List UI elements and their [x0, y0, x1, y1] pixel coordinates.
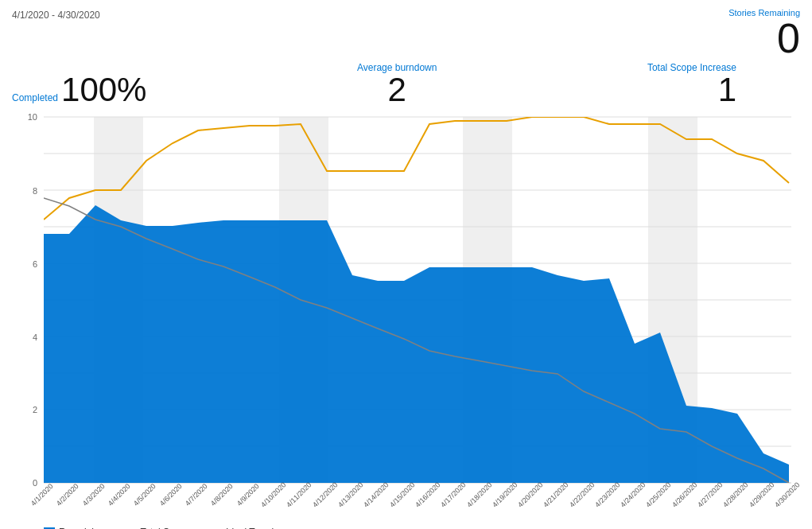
svg-text:4/23/2020: 4/23/2020: [593, 480, 621, 508]
svg-text:4/20/2020: 4/20/2020: [516, 480, 544, 508]
svg-text:4/19/2020: 4/19/2020: [491, 480, 519, 508]
svg-text:4/11/2020: 4/11/2020: [285, 480, 313, 508]
svg-text:4/25/2020: 4/25/2020: [644, 480, 672, 508]
svg-text:4/13/2020: 4/13/2020: [336, 480, 364, 508]
svg-text:4/16/2020: 4/16/2020: [414, 480, 441, 508]
svg-text:4/12/2020: 4/12/2020: [311, 480, 339, 508]
avg-burndown-value: 2: [388, 73, 406, 107]
chart-area: 10 8 6 4 2 0 4/1/2020 4/2/2: [12, 113, 800, 522]
main-container: 4/1/2020 - 4/30/2020 Stories Remaining 0…: [0, 0, 812, 529]
completed-metric: Completed 100%: [12, 73, 146, 107]
svg-text:4/30/2020: 4/30/2020: [773, 480, 799, 508]
total-scope-value: 1: [718, 73, 736, 107]
svg-text:4/17/2020: 4/17/2020: [439, 480, 467, 508]
svg-text:4/29/2020: 4/29/2020: [748, 480, 775, 508]
svg-text:4/5/2020: 4/5/2020: [132, 482, 157, 508]
svg-text:2: 2: [33, 405, 37, 414]
svg-text:4/2/2020: 4/2/2020: [55, 482, 80, 508]
svg-text:6: 6: [33, 259, 37, 269]
svg-text:4/21/2020: 4/21/2020: [542, 480, 569, 508]
stories-remaining-widget: Stories Remaining 0: [728, 8, 800, 59]
completed-label: Completed: [12, 92, 58, 103]
metrics-row: Completed 100% Average burndown 2 Total …: [12, 62, 800, 107]
header-row: 4/1/2020 - 4/30/2020 Stories Remaining 0: [12, 8, 800, 59]
svg-text:4: 4: [33, 333, 37, 342]
burndown-chart: 10 8 6 4 2 0 4/1/2020 4/2/2: [12, 113, 799, 519]
svg-text:4/7/2020: 4/7/2020: [184, 482, 209, 508]
svg-text:4/15/2020: 4/15/2020: [388, 480, 416, 508]
date-range: 4/1/2020 - 4/30/2020: [12, 10, 100, 21]
stories-remaining-value: 0: [777, 18, 800, 59]
svg-text:4/28/2020: 4/28/2020: [721, 480, 749, 508]
svg-text:4/9/2020: 4/9/2020: [235, 482, 261, 508]
svg-text:4/18/2020: 4/18/2020: [465, 480, 493, 508]
svg-text:8: 8: [33, 186, 37, 196]
svg-text:0: 0: [33, 478, 37, 488]
svg-text:4/22/2020: 4/22/2020: [568, 480, 596, 508]
svg-text:4/26/2020: 4/26/2020: [670, 480, 698, 508]
svg-text:10: 10: [28, 113, 37, 122]
total-scope-metric: Total Scope Increase 1: [647, 62, 736, 107]
svg-text:4/8/2020: 4/8/2020: [209, 482, 235, 508]
avg-burndown-metric: Average burndown 2: [357, 62, 437, 107]
svg-text:4/3/2020: 4/3/2020: [81, 482, 107, 508]
svg-text:4/14/2020: 4/14/2020: [362, 480, 390, 508]
svg-text:4/24/2020: 4/24/2020: [619, 480, 647, 508]
completed-value: 100%: [61, 73, 146, 107]
svg-text:4/27/2020: 4/27/2020: [696, 480, 724, 508]
svg-text:4/10/2020: 4/10/2020: [259, 480, 287, 508]
svg-text:4/4/2020: 4/4/2020: [107, 482, 132, 508]
svg-text:4/6/2020: 4/6/2020: [158, 482, 184, 508]
